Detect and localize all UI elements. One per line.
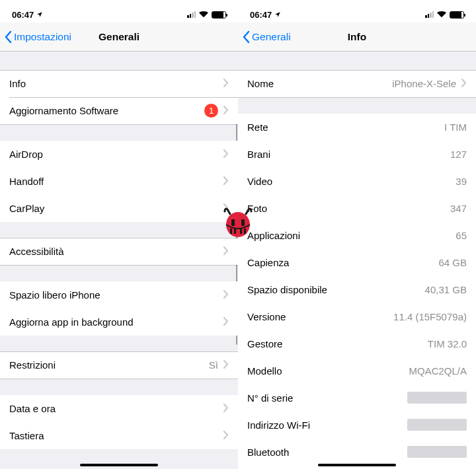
info-list: Nome iPhone-X-Sele ReteI TIM Brani127 Vi… <box>238 52 476 469</box>
cell-label: Spazio libero iPhone <box>9 289 223 301</box>
cell-restrictions[interactable]: Restrizioni Sì <box>0 352 238 379</box>
page-title: Generali <box>99 31 139 43</box>
chevron-right-icon <box>223 176 229 187</box>
cell-label: Tastiera <box>9 430 223 441</box>
location-icon <box>36 10 43 20</box>
cell-label: Aggiorna app in background <box>9 316 223 328</box>
cell-accessibility[interactable]: Accessibilità <box>0 238 238 266</box>
cell-software-update[interactable]: Aggiornamento Software 1 <box>0 98 238 125</box>
cell-value: MQAC2QL/A <box>409 365 467 377</box>
cell-name[interactable]: Nome iPhone-X-Sele <box>238 71 476 98</box>
cell-label: Data e ora <box>9 403 223 414</box>
back-button[interactable]: Impostazioni <box>0 30 71 44</box>
location-icon <box>274 10 281 20</box>
wifi-icon <box>437 10 446 20</box>
update-badge: 1 <box>204 104 218 118</box>
status-bar: 06:47 <box>0 0 238 22</box>
chevron-right-icon <box>223 430 229 441</box>
status-bar: 06:47 <box>238 0 476 22</box>
svg-rect-5 <box>240 229 242 234</box>
cell-wifi-address: Indirizzo Wi-Fi <box>238 412 476 439</box>
wifi-icon <box>199 10 208 20</box>
cell-label: Versione <box>247 311 393 322</box>
cell-carrier: GestoreTIM 32.0 <box>238 330 476 357</box>
cell-apps: Applicazioni65 <box>238 222 476 249</box>
battery-icon <box>450 11 464 18</box>
cell-info[interactable]: Info <box>0 71 238 98</box>
cell-label: Spazio disponibile <box>247 284 425 295</box>
back-label: Impostazioni <box>14 31 71 43</box>
chevron-right-icon <box>461 78 467 89</box>
cell-value: I TIM <box>444 122 467 133</box>
redacted-value <box>407 446 467 458</box>
cell-label: Capienza <box>247 257 438 268</box>
cell-keyboard[interactable]: Tastiera <box>0 422 238 449</box>
cell-label: Foto <box>247 203 450 214</box>
cell-label: CarPlay <box>9 203 223 214</box>
watermark-logo <box>221 205 255 239</box>
settings-list: Info Aggiornamento Software 1 AirDrop <box>0 52 238 469</box>
cell-label: Nome <box>247 78 392 89</box>
cellular-signal-icon <box>425 11 434 18</box>
cell-label: Modello <box>247 365 409 377</box>
chevron-right-icon <box>223 359 229 371</box>
right-screenshot: 06:47 Generali Info Nome iPhone-X-S <box>238 0 476 469</box>
left-screenshot: 06:47 Impostazioni Generali Info <box>0 0 238 469</box>
cell-value: 65 <box>456 230 467 241</box>
cell-label: Brani <box>247 149 450 160</box>
cell-model: ModelloMQAC2QL/A <box>238 357 476 384</box>
cell-video: Video39 <box>238 168 476 195</box>
cell-value: 347 <box>450 203 467 214</box>
chevron-right-icon <box>223 316 229 328</box>
cell-label: Restrizioni <box>9 359 209 371</box>
cell-version: Versione11.4 (15F5079a) <box>238 303 476 330</box>
cell-label: Gestore <box>247 338 428 349</box>
cell-airdrop[interactable]: AirDrop <box>0 141 238 168</box>
cell-label: N° di serie <box>247 392 407 404</box>
cell-value: 64 GB <box>438 257 467 268</box>
cell-available: Spazio disponibile40,31 GB <box>238 276 476 303</box>
cell-label: Handoff <box>9 176 223 187</box>
restrictions-value: Sì <box>209 359 218 371</box>
redacted-value <box>407 419 467 431</box>
svg-rect-1 <box>231 219 235 226</box>
redacted-value <box>407 392 467 404</box>
nav-header: Generali Info <box>238 22 476 52</box>
home-indicator <box>80 464 158 467</box>
cell-value: 11.4 (15F5079a) <box>393 311 467 322</box>
cell-capacity: Capienza64 GB <box>238 249 476 276</box>
cell-background-refresh[interactable]: Aggiorna app in background <box>0 308 238 336</box>
cell-label: Info <box>9 78 223 89</box>
cell-iphone-storage[interactable]: Spazio libero iPhone <box>0 281 238 308</box>
cellular-signal-icon <box>187 11 196 18</box>
status-time: 06:47 <box>250 10 272 20</box>
status-time: 06:47 <box>12 10 34 20</box>
chevron-right-icon <box>223 149 229 160</box>
cell-carplay[interactable]: CarPlay <box>0 195 238 222</box>
cell-value: 39 <box>456 176 467 187</box>
svg-point-0 <box>226 212 250 237</box>
cell-label: Applicazioni <box>247 230 456 241</box>
chevron-right-icon <box>223 289 229 301</box>
chevron-right-icon <box>223 105 229 116</box>
cell-label: Bluetooth <box>247 447 407 458</box>
cell-label: AirDrop <box>9 149 223 160</box>
svg-rect-6 <box>244 229 246 234</box>
cell-bluetooth: Bluetooth <box>238 439 476 466</box>
cell-label: IMEI <box>247 467 467 470</box>
cell-value: iPhone-X-Sele <box>392 78 456 89</box>
cell-photo: Foto347 <box>238 195 476 222</box>
back-button[interactable]: Generali <box>238 30 291 44</box>
cell-date-time[interactable]: Data e ora <box>0 395 238 422</box>
chevron-right-icon <box>223 78 229 89</box>
home-indicator <box>318 464 396 467</box>
cell-label: Video <box>247 176 456 187</box>
battery-icon <box>212 11 226 18</box>
cell-value: 40,31 GB <box>425 284 467 295</box>
nav-header: Impostazioni Generali <box>0 22 238 52</box>
chevron-right-icon <box>223 403 229 414</box>
cell-label: Rete <box>247 122 444 133</box>
cell-network: ReteI TIM <box>238 114 476 141</box>
cell-label: Aggiornamento Software <box>9 105 204 116</box>
cell-handoff[interactable]: Handoff <box>0 168 238 195</box>
